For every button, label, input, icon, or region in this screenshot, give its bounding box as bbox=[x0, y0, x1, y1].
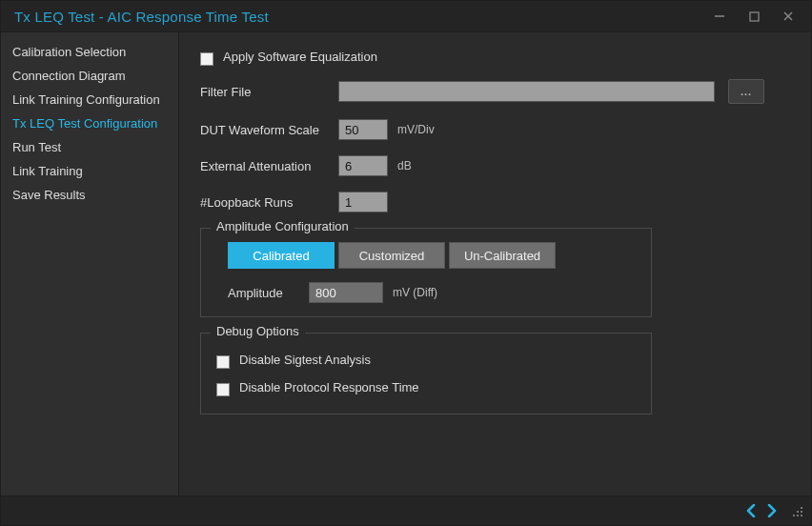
next-button[interactable] bbox=[761, 500, 782, 521]
sidebar-item-link-training[interactable]: Link Training bbox=[1, 159, 178, 183]
amplitude-option-customized[interactable]: Customized bbox=[338, 242, 445, 269]
dut-scale-label: DUT Waveform Scale bbox=[200, 123, 338, 137]
debug-legend: Debug Options bbox=[211, 324, 305, 338]
maximize-icon bbox=[749, 11, 760, 22]
amplitude-option-calibrated[interactable]: Calibrated bbox=[228, 242, 335, 269]
disable-sigtest-checkbox[interactable] bbox=[216, 355, 230, 369]
disable-prt-row: Disable Protocol Response Time bbox=[216, 380, 636, 394]
ext-atten-unit: dB bbox=[397, 159, 412, 172]
footer-bar bbox=[1, 496, 811, 525]
amplitude-option-uncalibrated[interactable]: Un-Calibrated bbox=[449, 242, 556, 269]
amplitude-unit: mV (Diff) bbox=[393, 286, 437, 299]
apply-eq-checkbox[interactable] bbox=[200, 52, 213, 66]
window-title: Tx LEQ Test - AIC Response Time Test bbox=[14, 9, 702, 25]
resize-grip[interactable] bbox=[790, 504, 803, 517]
ext-atten-input[interactable] bbox=[338, 155, 388, 176]
filter-file-browse-button[interactable]: ... bbox=[728, 79, 764, 104]
amplitude-toggle-group: Calibrated Customized Un-Calibrated bbox=[228, 242, 636, 269]
main-panel: Apply Software Equalization Filter File … bbox=[179, 32, 811, 496]
filter-file-label: Filter File bbox=[200, 85, 338, 99]
filter-file-row: Filter File ... bbox=[200, 79, 790, 104]
sidebar-item-link-training-configuration[interactable]: Link Training Configuration bbox=[1, 88, 178, 111]
disable-prt-checkbox[interactable] bbox=[216, 383, 230, 396]
sidebar-item-connection-diagram[interactable]: Connection Diagram bbox=[1, 64, 178, 88]
disable-sigtest-label: Disable Sigtest Analysis bbox=[239, 353, 371, 367]
ext-atten-row: External Attenuation dB bbox=[200, 155, 790, 176]
title-bar: Tx LEQ Test - AIC Response Time Test bbox=[1, 1, 811, 32]
prev-button[interactable] bbox=[741, 500, 761, 521]
ext-atten-label: External Attenuation bbox=[200, 159, 338, 173]
sidebar-item-save-results[interactable]: Save Results bbox=[1, 183, 178, 207]
close-icon bbox=[782, 10, 794, 22]
chevron-left-icon bbox=[745, 504, 757, 517]
debug-fieldset: Debug Options Disable Sigtest Analysis D… bbox=[200, 333, 652, 415]
chevron-right-icon bbox=[766, 504, 778, 517]
loopback-input[interactable] bbox=[338, 192, 388, 212]
dut-scale-unit: mV/Div bbox=[397, 123, 435, 136]
close-button[interactable] bbox=[771, 3, 805, 30]
minimize-button[interactable] bbox=[702, 3, 737, 30]
filter-file-input[interactable] bbox=[338, 81, 715, 102]
amplitude-legend: Amplitude Configuration bbox=[211, 219, 355, 233]
sidebar-item-tx-leq-test-configuration[interactable]: Tx LEQ Test Configuration bbox=[1, 111, 178, 135]
dut-scale-row: DUT Waveform Scale mV/Div bbox=[200, 119, 790, 140]
sidebar-item-calibration-selection[interactable]: Calibration Selection bbox=[1, 40, 178, 64]
amplitude-fieldset: Amplitude Configuration Calibrated Custo… bbox=[200, 228, 652, 317]
amplitude-value-row: Amplitude mV (Diff) bbox=[228, 282, 636, 303]
minimize-icon bbox=[714, 10, 725, 22]
sidebar: Calibration Selection Connection Diagram… bbox=[1, 32, 179, 496]
disable-sigtest-row: Disable Sigtest Analysis bbox=[216, 353, 636, 367]
loopback-label: #Loopback Runs bbox=[200, 195, 338, 210]
sidebar-item-run-test[interactable]: Run Test bbox=[1, 135, 178, 159]
svg-rect-1 bbox=[750, 12, 759, 21]
amplitude-label: Amplitude bbox=[228, 286, 309, 300]
maximize-button[interactable] bbox=[737, 3, 771, 30]
ellipsis-icon: ... bbox=[741, 86, 752, 97]
disable-prt-label: Disable Protocol Response Time bbox=[239, 380, 419, 394]
apply-eq-row: Apply Software Equalization bbox=[200, 50, 790, 64]
loopback-row: #Loopback Runs bbox=[200, 192, 790, 212]
amplitude-input[interactable] bbox=[309, 282, 383, 303]
apply-eq-label: Apply Software Equalization bbox=[223, 50, 377, 64]
dut-scale-input[interactable] bbox=[338, 119, 388, 140]
